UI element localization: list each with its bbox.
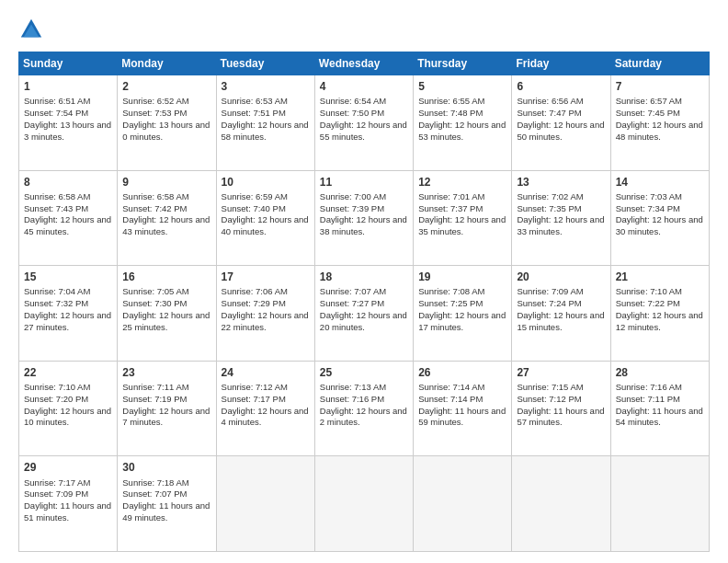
daylight: Daylight: 12 hours and 25 minutes.	[122, 310, 210, 332]
daylight: Daylight: 12 hours and 48 minutes.	[616, 120, 703, 142]
sunset: Sunset: 7:14 PM	[418, 394, 483, 404]
header	[18, 17, 710, 42]
daylight: Daylight: 12 hours and 53 minutes.	[418, 120, 506, 142]
daylight: Daylight: 13 hours and 3 minutes.	[24, 120, 111, 142]
sunrise: Sunrise: 7:10 AM	[24, 382, 90, 392]
day-number: 29	[24, 460, 112, 475]
calendar-cell: 9Sunrise: 6:58 AMSunset: 7:42 PMDaylight…	[118, 170, 216, 266]
daylight: Daylight: 11 hours and 54 minutes.	[616, 406, 703, 428]
sunset: Sunset: 7:20 PM	[24, 394, 88, 404]
daylight: Daylight: 12 hours and 58 minutes.	[222, 120, 309, 142]
daylight: Daylight: 11 hours and 51 minutes.	[24, 500, 111, 523]
day-number: 14	[616, 175, 704, 190]
sunset: Sunset: 7:40 PM	[222, 203, 286, 213]
sunset: Sunset: 7:24 PM	[517, 298, 581, 308]
page: SundayMondayTuesdayWednesdayThursdayFrid…	[0, 0, 728, 563]
sunrise: Sunrise: 7:12 AM	[222, 382, 288, 392]
daylight: Daylight: 11 hours and 57 minutes.	[517, 406, 604, 428]
sunrise: Sunrise: 7:10 AM	[616, 286, 682, 296]
sunrise: Sunrise: 7:09 AM	[517, 286, 583, 296]
logo-icon	[18, 17, 44, 42]
day-number: 22	[24, 365, 112, 380]
daylight: Daylight: 12 hours and 50 minutes.	[517, 120, 604, 142]
sunrise: Sunrise: 7:15 AM	[517, 382, 583, 392]
sunrise: Sunrise: 7:11 AM	[122, 382, 188, 392]
daylight: Daylight: 13 hours and 0 minutes.	[122, 120, 210, 142]
calendar-cell: 18Sunrise: 7:07 AMSunset: 7:27 PMDayligh…	[314, 266, 413, 362]
sunset: Sunset: 7:07 PM	[122, 488, 187, 499]
sunrise: Sunrise: 7:00 AM	[320, 191, 386, 201]
calendar-cell: 7Sunrise: 6:57 AMSunset: 7:45 PMDaylight…	[610, 75, 709, 171]
calendar-cell	[414, 456, 512, 552]
calendar-cell: 3Sunrise: 6:53 AMSunset: 7:51 PMDaylight…	[216, 75, 314, 171]
sunset: Sunset: 7:12 PM	[517, 394, 581, 404]
sunset: Sunset: 7:27 PM	[320, 298, 384, 308]
sunset: Sunset: 7:29 PM	[222, 298, 286, 308]
sunset: Sunset: 7:48 PM	[418, 108, 483, 118]
calendar-cell: 19Sunrise: 7:08 AMSunset: 7:25 PMDayligh…	[414, 266, 512, 362]
daylight: Daylight: 12 hours and 33 minutes.	[517, 214, 604, 236]
day-number: 28	[616, 365, 704, 380]
day-number: 12	[418, 175, 506, 190]
day-number: 13	[517, 175, 605, 190]
sunset: Sunset: 7:47 PM	[517, 108, 581, 118]
day-number: 21	[616, 270, 704, 284]
day-number: 26	[418, 365, 506, 380]
day-number: 16	[122, 270, 210, 284]
sunrise: Sunrise: 7:08 AM	[418, 286, 484, 296]
sunset: Sunset: 7:50 PM	[320, 108, 384, 118]
day-number: 10	[222, 175, 310, 190]
daylight: Daylight: 11 hours and 59 minutes.	[418, 406, 506, 428]
logo	[18, 17, 48, 42]
sunset: Sunset: 7:09 PM	[24, 488, 88, 499]
daylight: Daylight: 12 hours and 45 minutes.	[24, 214, 111, 236]
sunset: Sunset: 7:43 PM	[24, 203, 88, 213]
sunset: Sunset: 7:42 PM	[122, 203, 187, 213]
sunset: Sunset: 7:54 PM	[24, 108, 88, 118]
calendar-cell: 22Sunrise: 7:10 AMSunset: 7:20 PMDayligh…	[19, 361, 118, 456]
sunrise: Sunrise: 6:55 AM	[418, 96, 484, 106]
day-number: 25	[320, 365, 408, 380]
sunset: Sunset: 7:37 PM	[418, 203, 483, 213]
col-header-monday: Monday	[118, 52, 216, 75]
calendar-cell: 30Sunrise: 7:18 AMSunset: 7:07 PMDayligh…	[118, 456, 216, 552]
calendar-table: SundayMondayTuesdayWednesdayThursdayFrid…	[18, 52, 710, 552]
day-number: 4	[320, 79, 408, 94]
sunrise: Sunrise: 7:13 AM	[320, 382, 386, 392]
calendar-cell: 14Sunrise: 7:03 AMSunset: 7:34 PMDayligh…	[610, 170, 709, 266]
week-row-1: 1Sunrise: 6:51 AMSunset: 7:54 PMDaylight…	[19, 75, 710, 171]
sunrise: Sunrise: 6:59 AM	[222, 191, 288, 201]
sunrise: Sunrise: 6:51 AM	[24, 96, 90, 106]
daylight: Daylight: 12 hours and 10 minutes.	[24, 406, 111, 428]
sunrise: Sunrise: 6:58 AM	[122, 191, 188, 201]
day-number: 8	[24, 175, 112, 190]
day-number: 11	[320, 175, 408, 190]
calendar-cell	[216, 456, 314, 552]
week-row-5: 29Sunrise: 7:17 AMSunset: 7:09 PMDayligh…	[19, 456, 710, 552]
calendar-cell: 21Sunrise: 7:10 AMSunset: 7:22 PMDayligh…	[610, 266, 709, 362]
sunset: Sunset: 7:35 PM	[517, 203, 581, 213]
sunrise: Sunrise: 7:17 AM	[24, 477, 90, 488]
sunrise: Sunrise: 7:02 AM	[517, 191, 583, 201]
sunset: Sunset: 7:30 PM	[122, 298, 187, 308]
calendar-cell: 13Sunrise: 7:02 AMSunset: 7:35 PMDayligh…	[512, 170, 610, 266]
sunrise: Sunrise: 7:01 AM	[418, 191, 484, 201]
daylight: Daylight: 12 hours and 55 minutes.	[320, 120, 407, 142]
sunset: Sunset: 7:19 PM	[122, 394, 187, 404]
daylight: Daylight: 12 hours and 22 minutes.	[222, 310, 309, 332]
calendar-cell: 29Sunrise: 7:17 AMSunset: 7:09 PMDayligh…	[19, 456, 118, 552]
col-header-tuesday: Tuesday	[216, 52, 314, 75]
calendar-cell: 15Sunrise: 7:04 AMSunset: 7:32 PMDayligh…	[19, 266, 118, 362]
calendar-cell: 25Sunrise: 7:13 AMSunset: 7:16 PMDayligh…	[314, 361, 413, 456]
daylight: Daylight: 12 hours and 4 minutes.	[222, 406, 309, 428]
sunset: Sunset: 7:17 PM	[222, 394, 286, 404]
sunrise: Sunrise: 6:57 AM	[616, 96, 682, 106]
sunrise: Sunrise: 7:18 AM	[122, 477, 188, 488]
week-row-3: 15Sunrise: 7:04 AMSunset: 7:32 PMDayligh…	[19, 266, 710, 362]
calendar-cell: 1Sunrise: 6:51 AMSunset: 7:54 PMDaylight…	[19, 75, 118, 171]
calendar-cell: 27Sunrise: 7:15 AMSunset: 7:12 PMDayligh…	[512, 361, 610, 456]
sunset: Sunset: 7:11 PM	[616, 394, 680, 404]
calendar-cell: 16Sunrise: 7:05 AMSunset: 7:30 PMDayligh…	[118, 266, 216, 362]
sunrise: Sunrise: 7:06 AM	[222, 286, 288, 296]
calendar-cell	[610, 456, 709, 552]
